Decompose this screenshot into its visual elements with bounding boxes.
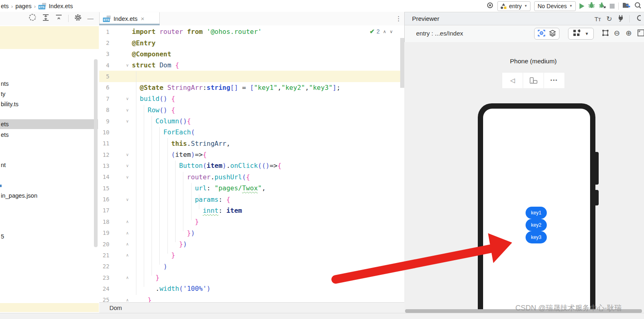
project-scrollbar[interactable]	[94, 59, 98, 247]
code-line[interactable]: 7∨ build() {	[99, 93, 404, 104]
line-number[interactable]: 15	[99, 185, 109, 192]
line-number[interactable]: 18	[99, 219, 109, 225]
device-select[interactable]: No Devices ▼	[534, 1, 576, 11]
code-line[interactable]: 10 ForEach(	[99, 127, 404, 138]
line-number[interactable]: 19	[99, 230, 109, 236]
fold-marker-icon[interactable]: ∨	[125, 119, 130, 123]
code-line[interactable]: 15 url: "pages/Twox",	[99, 183, 404, 194]
profiler-folder-icon[interactable]	[622, 2, 631, 10]
line-number[interactable]: 23	[99, 274, 109, 281]
layers-icon[interactable]	[549, 29, 556, 38]
fold-marker-icon[interactable]: ∧	[125, 219, 130, 224]
prev-problem-icon[interactable]: ∧	[383, 29, 386, 34]
line-number[interactable]: 17	[99, 207, 109, 214]
code-line[interactable]: 5	[99, 71, 404, 82]
grid-view-group[interactable]: ▼	[568, 28, 594, 40]
run-config-select[interactable]: entry ▼	[497, 1, 530, 11]
tree-item[interactable]: nts	[1, 80, 9, 87]
fold-marker-icon[interactable]: ∧	[125, 242, 130, 246]
inspections-widget[interactable]: ✔ 2 ∧ ∨	[370, 28, 393, 35]
code-line[interactable]: 12∨ (item)=>{	[99, 149, 404, 160]
line-number[interactable]: 21	[99, 252, 109, 259]
more-options-button[interactable]: •••	[544, 73, 564, 88]
code-line[interactable]: 4∨struct Dom {	[99, 60, 404, 71]
code-line[interactable]: 9∨ Column(){	[99, 116, 404, 127]
code-line[interactable]: 20∧ })	[99, 239, 404, 250]
code-line[interactable]: 14∨ router.pushUrl({	[99, 172, 404, 183]
tree-item[interactable]: bility.ts	[1, 101, 18, 107]
breadcrumb-dom[interactable]: Dom	[109, 305, 122, 311]
code-line[interactable]: 8∨ Row() {	[99, 105, 404, 116]
tree-item[interactable]: ets	[1, 132, 9, 138]
preview-button-key2[interactable]: key2	[526, 219, 547, 231]
next-problem-icon[interactable]: ∨	[390, 29, 393, 34]
zoom-out-icon[interactable]: ⊖	[614, 29, 620, 38]
fold-marker-icon[interactable]: ∨	[125, 163, 130, 168]
text-size-icon[interactable]: Tт	[595, 16, 601, 22]
locate-target-icon[interactable]	[486, 2, 494, 11]
code-line[interactable]: 21∧ }	[99, 250, 404, 261]
code-line[interactable]: 17 innt: item	[99, 205, 404, 216]
collapse-all-icon[interactable]	[55, 14, 62, 22]
breadcrumb-item-file[interactable]: Index.ets	[49, 3, 73, 9]
fold-marker-icon[interactable]: ∨	[125, 197, 130, 202]
zoom-in-icon[interactable]: ⊕	[626, 29, 632, 38]
code-line[interactable]: 6 @State StringArr:string[] = ["key1","k…	[99, 82, 404, 93]
tab-close-icon[interactable]: ×	[141, 15, 145, 22]
fold-marker-icon[interactable]: ∨	[125, 175, 130, 179]
frame-select-icon[interactable]	[602, 29, 609, 38]
editor-scrollbar[interactable]	[400, 38, 404, 88]
code-editor[interactable]: 1import router from '@ohos.router'2@Entr…	[99, 25, 404, 302]
fold-marker-icon[interactable]: ∧	[125, 231, 130, 235]
code-line[interactable]: 13∨ Button(item).onClick(()=>{	[99, 160, 404, 171]
fold-marker-icon[interactable]: ∧	[125, 275, 130, 280]
code-line[interactable]: 3@Component	[99, 49, 404, 60]
code-line[interactable]: 18∧ }	[99, 216, 404, 227]
code-line[interactable]: 25∧ }	[99, 294, 404, 302]
line-number[interactable]: 7	[99, 96, 109, 102]
rotate-device-button[interactable]	[523, 73, 544, 88]
line-number[interactable]: 4	[99, 62, 109, 69]
line-number[interactable]: 16	[99, 196, 109, 203]
breadcrumb-item-ets[interactable]: ets	[1, 3, 9, 9]
tab-index-ets[interactable]: ETS Index.ets ×	[99, 12, 160, 25]
fold-marker-icon[interactable]: ∨	[125, 108, 130, 112]
line-number[interactable]: 24	[99, 286, 109, 292]
fold-marker-icon[interactable]: ∧	[125, 253, 130, 257]
line-number[interactable]: 9	[99, 118, 109, 125]
tree-item[interactable]: nt	[1, 162, 6, 168]
tree-item[interactable]: in_pages.json	[1, 192, 38, 199]
settings-gear-icon[interactable]	[74, 14, 82, 23]
fold-marker-icon[interactable]: ∨	[125, 63, 130, 67]
select-opened-file-icon[interactable]	[29, 13, 36, 23]
line-number[interactable]: 8	[99, 107, 109, 113]
line-number[interactable]: 3	[99, 51, 109, 57]
tree-item[interactable]: 5	[1, 233, 4, 240]
code-line[interactable]: 23∧ }	[99, 272, 404, 283]
attach-debugger-button[interactable]	[599, 2, 606, 10]
line-number[interactable]: 20	[99, 241, 109, 248]
run-button[interactable]	[579, 3, 584, 9]
plug-inspector-icon[interactable]	[617, 15, 624, 23]
line-number[interactable]: 5	[99, 73, 109, 80]
code-line[interactable]: 22 )	[99, 261, 404, 272]
line-number[interactable]: 25	[99, 297, 109, 302]
fit-screen-icon[interactable]	[637, 29, 644, 38]
line-number[interactable]: 14	[99, 174, 109, 180]
line-number[interactable]: 13	[99, 163, 109, 169]
tree-item[interactable]: ets	[1, 121, 9, 127]
line-number[interactable]: 6	[99, 84, 109, 91]
line-number[interactable]: 10	[99, 129, 109, 136]
line-number[interactable]: 1	[99, 29, 109, 35]
code-line[interactable]: 11 this.StringArr,	[99, 138, 404, 149]
code-line[interactable]: 24 .width('100%')	[99, 283, 404, 294]
line-number[interactable]: 11	[99, 140, 109, 147]
inspect-eye-icon[interactable]	[537, 29, 546, 38]
tree-item[interactable]: ty	[1, 91, 5, 97]
preview-button-key3[interactable]: key3	[526, 231, 547, 243]
previewer-settings-icon[interactable]	[635, 15, 641, 23]
code-line[interactable]: 2@Entry	[99, 37, 404, 48]
line-number[interactable]: 2	[99, 40, 109, 46]
breadcrumb-item-pages[interactable]: pages	[16, 3, 32, 9]
debug-button[interactable]	[588, 2, 595, 10]
